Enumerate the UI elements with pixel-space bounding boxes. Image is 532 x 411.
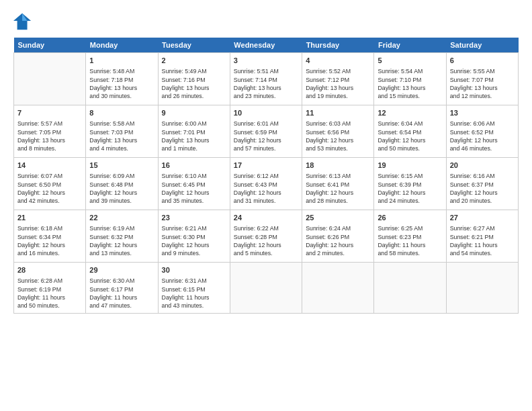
svg-marker-0 — [13, 13, 31, 30]
cell-info: Sunrise: 6:00 AMSunset: 7:01 PMDaylight:… — [162, 120, 226, 152]
calendar-cell: 3Sunrise: 5:51 AMSunset: 7:14 PMDaylight… — [230, 53, 302, 105]
cell-info: Sunrise: 6:16 AMSunset: 6:37 PMDaylight:… — [450, 172, 515, 205]
day-number: 8 — [89, 108, 154, 118]
day-number: 19 — [378, 161, 442, 171]
calendar-cell: 14Sunrise: 6:07 AMSunset: 6:50 PMDayligh… — [14, 158, 86, 210]
day-number: 29 — [89, 265, 154, 275]
cell-info: Sunrise: 6:10 AMSunset: 6:45 PMDaylight:… — [162, 172, 226, 205]
calendar-cell: 22Sunrise: 6:19 AMSunset: 6:32 PMDayligh… — [86, 210, 158, 263]
calendar-cell — [374, 263, 446, 314]
week-row-1: 1Sunrise: 5:48 AMSunset: 7:18 PMDaylight… — [14, 53, 519, 105]
cell-info: Sunrise: 6:31 AMSunset: 6:15 PMDaylight:… — [162, 277, 226, 310]
cell-info: Sunrise: 6:19 AMSunset: 6:32 PMDaylight:… — [89, 224, 154, 257]
calendar-cell: 2Sunrise: 5:49 AMSunset: 7:16 PMDaylight… — [158, 53, 230, 105]
col-header-monday: Monday — [86, 38, 158, 53]
calendar-cell: 12Sunrise: 6:04 AMSunset: 6:54 PMDayligh… — [374, 105, 446, 158]
cell-info: Sunrise: 6:27 AMSunset: 6:21 PMDaylight:… — [450, 224, 515, 257]
cell-info: Sunrise: 6:12 AMSunset: 6:43 PMDaylight:… — [234, 172, 298, 205]
calendar-cell: 10Sunrise: 6:01 AMSunset: 6:59 PMDayligh… — [230, 105, 302, 158]
calendar-cell: 28Sunrise: 6:28 AMSunset: 6:19 PMDayligh… — [14, 263, 86, 314]
cell-info: Sunrise: 6:22 AMSunset: 6:28 PMDaylight:… — [234, 224, 298, 257]
day-number: 6 — [450, 56, 515, 66]
col-header-saturday: Saturday — [446, 38, 518, 53]
calendar-cell: 6Sunrise: 5:55 AMSunset: 7:07 PMDaylight… — [446, 53, 518, 105]
cell-info: Sunrise: 6:30 AMSunset: 6:17 PMDaylight:… — [89, 277, 154, 310]
day-number: 16 — [162, 161, 226, 171]
calendar-cell: 21Sunrise: 6:18 AMSunset: 6:34 PMDayligh… — [14, 210, 86, 263]
cell-info: Sunrise: 6:18 AMSunset: 6:34 PMDaylight:… — [17, 224, 82, 257]
day-number: 30 — [162, 265, 226, 275]
day-number: 20 — [450, 161, 515, 171]
day-number: 1 — [89, 56, 154, 66]
day-number: 4 — [306, 56, 370, 66]
cell-info: Sunrise: 6:03 AMSunset: 6:56 PMDaylight:… — [306, 120, 370, 152]
cell-info: Sunrise: 6:07 AMSunset: 6:50 PMDaylight:… — [17, 172, 82, 205]
calendar-table: SundayMondayTuesdayWednesdayThursdayFrid… — [13, 38, 519, 314]
calendar-cell — [446, 263, 518, 314]
cell-info: Sunrise: 5:48 AMSunset: 7:18 PMDaylight:… — [89, 67, 154, 100]
day-number: 13 — [450, 108, 515, 118]
day-number: 12 — [378, 108, 442, 118]
cell-info: Sunrise: 5:55 AMSunset: 7:07 PMDaylight:… — [450, 67, 515, 100]
calendar-cell: 29Sunrise: 6:30 AMSunset: 6:17 PMDayligh… — [86, 263, 158, 314]
cell-info: Sunrise: 5:49 AMSunset: 7:16 PMDaylight:… — [162, 67, 226, 100]
logo — [13, 12, 35, 31]
col-header-sunday: Sunday — [14, 38, 86, 53]
calendar-cell: 24Sunrise: 6:22 AMSunset: 6:28 PMDayligh… — [230, 210, 302, 263]
calendar-cell — [302, 263, 374, 314]
day-number: 21 — [17, 213, 82, 223]
day-number: 10 — [234, 108, 298, 118]
day-number: 15 — [89, 161, 154, 171]
day-number: 27 — [450, 213, 515, 223]
col-header-thursday: Thursday — [302, 38, 374, 53]
col-header-friday: Friday — [374, 38, 446, 53]
calendar-cell: 27Sunrise: 6:27 AMSunset: 6:21 PMDayligh… — [446, 210, 518, 263]
day-number: 18 — [306, 161, 370, 171]
cell-info: Sunrise: 5:54 AMSunset: 7:10 PMDaylight:… — [378, 67, 442, 100]
cell-info: Sunrise: 6:13 AMSunset: 6:41 PMDaylight:… — [306, 172, 370, 205]
page: SundayMondayTuesdayWednesdayThursdayFrid… — [0, 0, 532, 411]
calendar-cell: 23Sunrise: 6:21 AMSunset: 6:30 PMDayligh… — [158, 210, 230, 263]
calendar-cell: 18Sunrise: 6:13 AMSunset: 6:41 PMDayligh… — [302, 158, 374, 210]
header — [13, 12, 519, 31]
cell-info: Sunrise: 5:51 AMSunset: 7:14 PMDaylight:… — [234, 67, 298, 100]
day-number: 23 — [162, 213, 226, 223]
day-number: 11 — [306, 108, 370, 118]
cell-info: Sunrise: 6:09 AMSunset: 6:48 PMDaylight:… — [89, 172, 154, 205]
calendar-cell: 13Sunrise: 6:06 AMSunset: 6:52 PMDayligh… — [446, 105, 518, 158]
calendar-cell: 20Sunrise: 6:16 AMSunset: 6:37 PMDayligh… — [446, 158, 518, 210]
day-number: 25 — [306, 213, 370, 223]
col-header-wednesday: Wednesday — [230, 38, 302, 53]
day-number: 9 — [162, 108, 226, 118]
week-row-4: 21Sunrise: 6:18 AMSunset: 6:34 PMDayligh… — [14, 210, 519, 263]
day-number: 22 — [89, 213, 154, 223]
calendar-cell: 7Sunrise: 5:57 AMSunset: 7:05 PMDaylight… — [14, 105, 86, 158]
calendar-cell: 15Sunrise: 6:09 AMSunset: 6:48 PMDayligh… — [86, 158, 158, 210]
calendar-cell: 17Sunrise: 6:12 AMSunset: 6:43 PMDayligh… — [230, 158, 302, 210]
calendar-cell: 19Sunrise: 6:15 AMSunset: 6:39 PMDayligh… — [374, 158, 446, 210]
calendar-cell: 5Sunrise: 5:54 AMSunset: 7:10 PMDaylight… — [374, 53, 446, 105]
cell-info: Sunrise: 6:04 AMSunset: 6:54 PMDaylight:… — [378, 120, 442, 152]
cell-info: Sunrise: 6:28 AMSunset: 6:19 PMDaylight:… — [17, 277, 82, 310]
day-number: 14 — [17, 161, 82, 171]
day-number: 26 — [378, 213, 442, 223]
day-number: 3 — [234, 56, 298, 66]
cell-info: Sunrise: 5:58 AMSunset: 7:03 PMDaylight:… — [89, 120, 154, 152]
day-number: 28 — [17, 265, 82, 275]
cell-info: Sunrise: 6:24 AMSunset: 6:26 PMDaylight:… — [306, 224, 370, 257]
header-row: SundayMondayTuesdayWednesdayThursdayFrid… — [14, 38, 519, 53]
calendar-cell: 8Sunrise: 5:58 AMSunset: 7:03 PMDaylight… — [86, 105, 158, 158]
cell-info: Sunrise: 5:52 AMSunset: 7:12 PMDaylight:… — [306, 67, 370, 100]
week-row-2: 7Sunrise: 5:57 AMSunset: 7:05 PMDaylight… — [14, 105, 519, 158]
calendar-cell: 4Sunrise: 5:52 AMSunset: 7:12 PMDaylight… — [302, 53, 374, 105]
cell-info: Sunrise: 6:15 AMSunset: 6:39 PMDaylight:… — [378, 172, 442, 205]
calendar-cell: 16Sunrise: 6:10 AMSunset: 6:45 PMDayligh… — [158, 158, 230, 210]
calendar-cell — [230, 263, 302, 314]
day-number: 24 — [234, 213, 298, 223]
calendar-cell: 25Sunrise: 6:24 AMSunset: 6:26 PMDayligh… — [302, 210, 374, 263]
calendar-cell: 1Sunrise: 5:48 AMSunset: 7:18 PMDaylight… — [86, 53, 158, 105]
day-number: 7 — [17, 108, 82, 118]
calendar-cell: 11Sunrise: 6:03 AMSunset: 6:56 PMDayligh… — [302, 105, 374, 158]
cell-info: Sunrise: 6:01 AMSunset: 6:59 PMDaylight:… — [234, 120, 298, 152]
day-number: 2 — [162, 56, 226, 66]
